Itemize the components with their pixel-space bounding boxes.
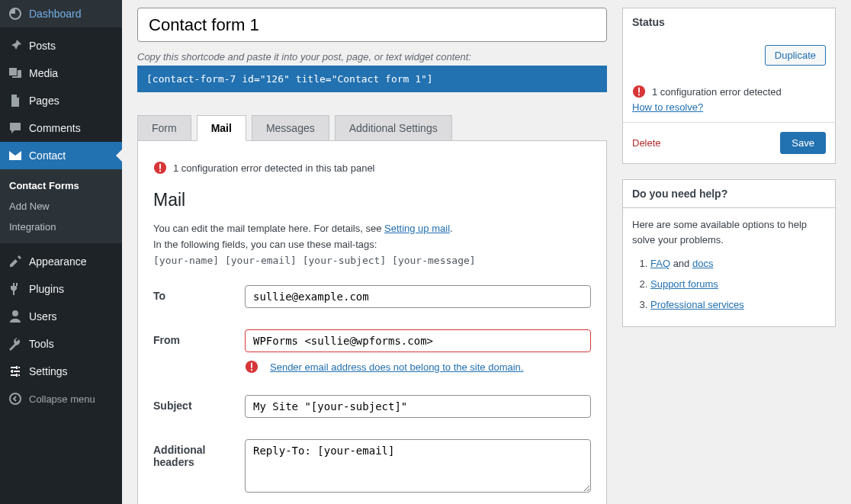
sidebar-submenu: Contact Forms Add New Integration [0,169,122,243]
help-heading: Do you need help? [623,180,835,208]
from-label: From [153,329,245,346]
help-intro: Here are some available options to help … [632,217,826,247]
subject-input[interactable] [245,395,591,418]
admin-sidebar: Dashboard Posts Media Pages Comments Con… [0,0,122,504]
form-title-input[interactable] [137,8,607,42]
collapse-label: Collapse menu [29,393,95,405]
sidebar-item-plugins[interactable]: Plugins [0,275,122,303]
sidebar-label: Plugins [29,283,64,295]
sidebar-sub-contact-forms[interactable]: Contact Forms [0,175,122,196]
shortcode-instruction: Copy this shortcode and paste it into yo… [137,51,607,63]
subject-label: Subject [153,395,245,412]
mail-tags: [your-name] [your-email] [your-subject] … [153,255,476,266]
status-heading: Status [623,8,835,36]
panel-heading: Mail [153,190,591,210]
how-to-resolve-link[interactable]: How to resolve? [632,101,703,113]
from-input[interactable] [245,329,591,352]
error-icon [632,85,646,98]
sidebar-item-pages[interactable]: Pages [0,87,122,114]
mail-icon [8,148,23,163]
shortcode-display[interactable]: [contact-form-7 id="126" title="Contact … [137,66,607,92]
headers-input[interactable]: Reply-To: [your-email] [245,439,591,493]
sidebar-label: Settings [29,365,68,377]
sidebar-item-settings[interactable]: Settings [0,358,122,385]
sidebar-item-comments[interactable]: Comments [0,114,122,142]
help-list: FAQ and docs Support forums Professional… [632,256,826,313]
sidebar-item-posts[interactable]: Posts [0,32,122,59]
sidebar-label: Users [29,310,57,323]
professional-services-link[interactable]: Professional services [650,299,744,310]
tabs: Form Mail Messages Additional Settings [137,115,607,141]
sidebar-label: Appearance [29,255,87,268]
plugins-icon [8,281,23,297]
setting-up-mail-link[interactable]: Setting up mail [384,223,450,234]
tab-mail[interactable]: Mail [197,115,246,141]
sidebar-item-contact[interactable]: Contact [0,142,122,169]
faq-link[interactable]: FAQ [650,258,670,269]
panel-error-notice: 1 configuration error detected in this t… [153,161,591,175]
duplicate-button[interactable]: Duplicate [765,45,826,66]
status-box: Status Duplicate 1 configuration error d… [622,8,836,164]
panel-description: You can edit the mail template here. For… [153,221,591,268]
tab-additional-settings[interactable]: Additional Settings [335,115,452,141]
headers-label: Additional headers [153,439,245,468]
to-input[interactable] [245,285,591,308]
error-icon [153,161,167,175]
to-label: To [153,285,245,302]
status-error-text: 1 configuration error detected [652,86,782,98]
support-forums-link[interactable]: Support forums [650,278,718,290]
sidebar-item-dashboard[interactable]: Dashboard [0,0,122,27]
tools-icon [8,336,23,352]
sidebar-item-users[interactable]: Users [0,303,122,330]
error-icon [245,360,259,374]
users-icon [8,309,23,324]
from-error-link[interactable]: Sender email address does not belong to … [270,361,523,373]
help-item: FAQ and docs [650,256,826,272]
dashboard-icon [8,6,23,21]
docs-link[interactable]: docs [692,258,713,269]
comments-icon [8,120,23,136]
help-item: Professional services [650,297,826,313]
mail-panel: 1 configuration error detected in this t… [137,140,607,504]
save-button[interactable]: Save [780,132,826,154]
sidebar-item-appearance[interactable]: Appearance [0,248,122,275]
sidebar-sub-add-new[interactable]: Add New [0,196,122,217]
help-box: Do you need help? Here are some availabl… [622,179,836,327]
appearance-icon [8,254,23,269]
collapse-menu[interactable]: Collapse menu [0,385,122,413]
pin-icon [8,38,23,53]
settings-icon [8,364,23,379]
pages-icon [8,93,23,108]
sidebar-item-tools[interactable]: Tools [0,330,122,358]
panel-error-text: 1 configuration error detected in this t… [173,162,375,174]
delete-link[interactable]: Delete [632,137,661,149]
svg-point-0 [10,393,21,404]
sidebar-label: Posts [29,40,56,52]
sidebar-label: Tools [29,338,54,350]
sidebar-label: Media [29,67,58,79]
tab-messages[interactable]: Messages [252,115,329,141]
tab-form[interactable]: Form [137,115,191,141]
sidebar-item-media[interactable]: Media [0,59,122,87]
sidebar-sub-integration[interactable]: Integration [0,217,122,237]
sidebar-label: Contact [29,149,66,162]
sidebar-label: Dashboard [29,8,82,20]
media-icon [8,66,23,81]
sidebar-label: Comments [29,122,81,134]
sidebar-label: Pages [29,95,59,107]
help-item: Support forums [650,277,826,293]
